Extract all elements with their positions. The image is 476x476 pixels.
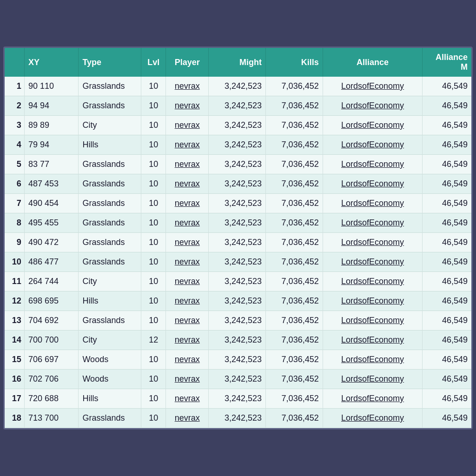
cell-alliance[interactable]: LordsofEconomy bbox=[323, 331, 423, 350]
cell-alliance[interactable]: LordsofEconomy bbox=[323, 409, 423, 428]
cell-type: Hills bbox=[79, 291, 141, 311]
data-table: XY Type Lvl Player Might Kills Alliance … bbox=[5, 48, 471, 428]
cell-alliance[interactable]: LordsofEconomy bbox=[323, 311, 423, 331]
cell-lvl: 10 bbox=[141, 389, 166, 409]
cell-kills: 7,036,452 bbox=[265, 331, 323, 350]
header-xy[interactable]: XY bbox=[24, 48, 79, 77]
cell-alliance[interactable]: LordsofEconomy bbox=[323, 116, 423, 135]
header-player[interactable]: Player bbox=[166, 48, 209, 77]
cell-lvl: 10 bbox=[141, 252, 166, 272]
cell-player[interactable]: nevrax bbox=[166, 272, 209, 291]
table-row: 4 79 94 Hills 10 nevrax 3,242,523 7,036,… bbox=[5, 135, 471, 155]
cell-kills: 7,036,452 bbox=[265, 116, 323, 135]
cell-alliance-m: 46,549 bbox=[423, 291, 471, 311]
cell-alliance[interactable]: LordsofEconomy bbox=[323, 291, 423, 311]
cell-player[interactable]: nevrax bbox=[166, 233, 209, 252]
cell-alliance[interactable]: LordsofEconomy bbox=[323, 213, 423, 233]
cell-player[interactable]: nevrax bbox=[166, 194, 209, 213]
cell-player[interactable]: nevrax bbox=[166, 96, 209, 116]
cell-player[interactable]: nevrax bbox=[166, 331, 209, 350]
cell-kills: 7,036,452 bbox=[265, 409, 323, 428]
table-row: 6 487 453 Grasslands 10 nevrax 3,242,523… bbox=[5, 174, 471, 194]
cell-xy: 79 94 bbox=[24, 135, 79, 155]
cell-might: 3,242,523 bbox=[209, 233, 266, 252]
cell-lvl: 10 bbox=[141, 194, 166, 213]
cell-alliance-m: 46,549 bbox=[423, 77, 471, 96]
cell-num: 10 bbox=[5, 252, 24, 272]
cell-alliance-m: 46,549 bbox=[423, 409, 471, 428]
cell-lvl: 10 bbox=[141, 233, 166, 252]
cell-alliance[interactable]: LordsofEconomy bbox=[323, 350, 423, 370]
cell-player[interactable]: nevrax bbox=[166, 409, 209, 428]
cell-type: Grasslands bbox=[79, 77, 141, 96]
cell-player[interactable]: nevrax bbox=[166, 389, 209, 409]
cell-player[interactable]: nevrax bbox=[166, 77, 209, 96]
cell-kills: 7,036,452 bbox=[265, 77, 323, 96]
header-alliance[interactable]: Alliance bbox=[323, 48, 423, 77]
table-row: 2 94 94 Grasslands 10 nevrax 3,242,523 7… bbox=[5, 96, 471, 116]
cell-num: 17 bbox=[5, 389, 24, 409]
header-num bbox=[5, 48, 24, 77]
cell-alliance-m: 46,549 bbox=[423, 174, 471, 194]
header-lvl[interactable]: Lvl bbox=[141, 48, 166, 77]
cell-type: Hills bbox=[79, 135, 141, 155]
cell-lvl: 10 bbox=[141, 135, 166, 155]
cell-lvl: 10 bbox=[141, 272, 166, 291]
cell-lvl: 10 bbox=[141, 77, 166, 96]
cell-might: 3,242,523 bbox=[209, 370, 266, 389]
cell-player[interactable]: nevrax bbox=[166, 174, 209, 194]
cell-alliance-m: 46,549 bbox=[423, 331, 471, 350]
cell-alliance-m: 46,549 bbox=[423, 116, 471, 135]
cell-xy: 720 688 bbox=[24, 389, 79, 409]
cell-player[interactable]: nevrax bbox=[166, 311, 209, 331]
cell-num: 18 bbox=[5, 409, 24, 428]
cell-alliance-m: 46,549 bbox=[423, 194, 471, 213]
cell-alliance[interactable]: LordsofEconomy bbox=[323, 135, 423, 155]
cell-alliance[interactable]: LordsofEconomy bbox=[323, 272, 423, 291]
cell-might: 3,242,523 bbox=[209, 116, 266, 135]
cell-alliance[interactable]: LordsofEconomy bbox=[323, 77, 423, 96]
main-table-container: XY Type Lvl Player Might Kills Alliance … bbox=[3, 46, 473, 430]
cell-might: 3,242,523 bbox=[209, 272, 266, 291]
cell-kills: 7,036,452 bbox=[265, 213, 323, 233]
cell-might: 3,242,523 bbox=[209, 350, 266, 370]
cell-type: Woods bbox=[79, 350, 141, 370]
table-row: 10 486 477 Grasslands 10 nevrax 3,242,52… bbox=[5, 252, 471, 272]
cell-alliance[interactable]: LordsofEconomy bbox=[323, 174, 423, 194]
cell-player[interactable]: nevrax bbox=[166, 291, 209, 311]
cell-player[interactable]: nevrax bbox=[166, 370, 209, 389]
cell-type: Grasslands bbox=[79, 233, 141, 252]
header-might[interactable]: Might bbox=[209, 48, 266, 77]
cell-alliance[interactable]: LordsofEconomy bbox=[323, 389, 423, 409]
cell-xy: 700 700 bbox=[24, 331, 79, 350]
header-type[interactable]: Type bbox=[79, 48, 141, 77]
table-row: 7 490 454 Grasslands 10 nevrax 3,242,523… bbox=[5, 194, 471, 213]
cell-might: 3,242,523 bbox=[209, 77, 266, 96]
cell-alliance[interactable]: LordsofEconomy bbox=[323, 370, 423, 389]
cell-player[interactable]: nevrax bbox=[166, 213, 209, 233]
cell-alliance[interactable]: LordsofEconomy bbox=[323, 155, 423, 174]
cell-alliance-m: 46,549 bbox=[423, 370, 471, 389]
cell-num: 9 bbox=[5, 233, 24, 252]
cell-xy: 83 77 bbox=[24, 155, 79, 174]
cell-player[interactable]: nevrax bbox=[166, 155, 209, 174]
cell-alliance-m: 46,549 bbox=[423, 155, 471, 174]
cell-player[interactable]: nevrax bbox=[166, 350, 209, 370]
cell-alliance[interactable]: LordsofEconomy bbox=[323, 233, 423, 252]
cell-num: 1 bbox=[5, 77, 24, 96]
cell-alliance-m: 46,549 bbox=[423, 350, 471, 370]
header-alliance-m[interactable]: Alliance M bbox=[423, 48, 471, 77]
cell-alliance[interactable]: LordsofEconomy bbox=[323, 252, 423, 272]
cell-player[interactable]: nevrax bbox=[166, 252, 209, 272]
cell-xy: 487 453 bbox=[24, 174, 79, 194]
cell-might: 3,242,523 bbox=[209, 311, 266, 331]
table-row: 16 702 706 Woods 10 nevrax 3,242,523 7,0… bbox=[5, 370, 471, 389]
cell-player[interactable]: nevrax bbox=[166, 116, 209, 135]
cell-num: 13 bbox=[5, 311, 24, 331]
cell-player[interactable]: nevrax bbox=[166, 135, 209, 155]
cell-alliance[interactable]: LordsofEconomy bbox=[323, 194, 423, 213]
cell-alliance[interactable]: LordsofEconomy bbox=[323, 96, 423, 116]
header-kills[interactable]: Kills bbox=[265, 48, 323, 77]
cell-num: 12 bbox=[5, 291, 24, 311]
cell-type: Grasslands bbox=[79, 252, 141, 272]
